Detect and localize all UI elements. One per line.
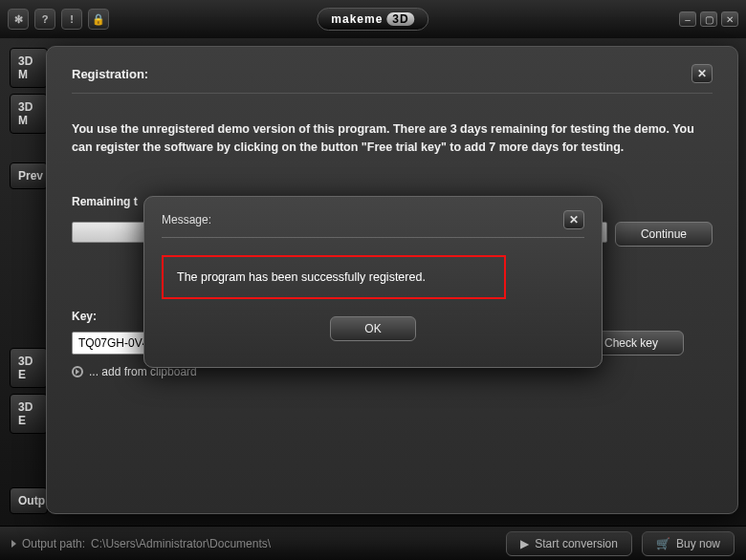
panel-preview: Prev (10, 162, 48, 189)
gear-icon[interactable]: ✻ (8, 9, 29, 30)
continue-button[interactable]: Continue (615, 222, 713, 247)
panel-3d-movies-2: 3D M (10, 94, 48, 134)
lock-icon[interactable]: 🔒 (88, 9, 109, 30)
ok-button[interactable]: OK (330, 316, 416, 341)
registration-title: Registration: (72, 67, 691, 81)
cart-icon: 🛒 (656, 537, 670, 550)
message-text: The program has been successfully regist… (177, 270, 491, 284)
logo-badge: 3D (386, 12, 414, 26)
start-conversion-label: Start conversion (535, 537, 618, 550)
registration-body-text: You use the unregistered demo version of… (72, 120, 713, 157)
logo-text: makeme (331, 12, 383, 26)
divider (72, 93, 713, 94)
message-highlight-box: The program has been successfully regist… (162, 255, 506, 299)
start-conversion-button[interactable]: ▶ Start conversion (506, 531, 632, 556)
app-logo: makeme 3D (317, 8, 428, 31)
panel-output: Outp (10, 487, 48, 514)
maximize-icon[interactable]: ▢ (700, 11, 717, 27)
info-icon[interactable]: ! (61, 9, 82, 30)
message-close-icon[interactable]: ✕ (563, 210, 584, 229)
output-path-value: C:\Users\Administrator\Documents\ (91, 537, 271, 550)
divider (162, 237, 584, 238)
panel-3d-effect-1: 3D E (10, 348, 48, 388)
minimize-icon[interactable]: – (679, 11, 696, 27)
registration-close-icon[interactable]: ✕ (691, 64, 713, 83)
play-icon: ▶ (520, 537, 529, 550)
buy-now-label: Buy now (676, 537, 720, 550)
app-titlebar: ✻ ? ! 🔒 makeme 3D – ▢ ✕ (0, 0, 746, 38)
message-dialog: Message: ✕ The program has been successf… (143, 196, 603, 368)
help-icon[interactable]: ? (34, 9, 55, 30)
footer: Output path: C:\Users\Administrator\Docu… (0, 526, 746, 560)
panel-3d-movies-1: 3D M (10, 48, 48, 88)
clipboard-arrow-icon (72, 366, 83, 377)
buy-now-button[interactable]: 🛒 Buy now (642, 531, 735, 556)
arrow-icon (11, 540, 16, 548)
message-title: Message: (162, 213, 563, 226)
panel-3d-effect-2: 3D E (10, 394, 48, 434)
window-close-icon[interactable]: ✕ (721, 11, 738, 27)
output-path-label: Output path: (22, 537, 85, 550)
